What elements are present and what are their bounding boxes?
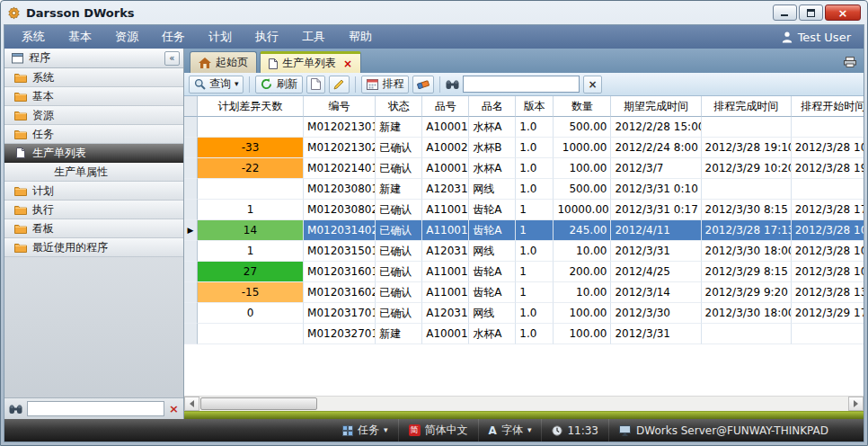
cell[interactable]: A12031 <box>422 303 469 324</box>
cell[interactable]: 2012/3/28 17:13 <box>792 200 864 220</box>
cell[interactable]: 水杯A <box>469 117 516 138</box>
table-row[interactable]: -33M012021302已确认A10002水杯B1.01000.002012/… <box>184 138 864 158</box>
scroll-left-button[interactable] <box>184 397 199 411</box>
cell[interactable]: 网线 <box>469 303 516 324</box>
cell[interactable] <box>198 179 304 200</box>
cell[interactable]: 1 <box>516 262 554 282</box>
cell[interactable]: 100.00 <box>554 303 611 324</box>
cell[interactable]: 水杯B <box>469 138 516 158</box>
sidebar-item-8[interactable]: 看板 <box>4 219 183 238</box>
edit-button[interactable] <box>329 76 350 94</box>
cell[interactable]: 已确认 <box>376 200 422 220</box>
schedule-button[interactable]: 排程 <box>361 76 409 94</box>
table-row[interactable]: M012032701新建A10001水杯A1.0100.002012/3/31 <box>184 324 864 344</box>
cell[interactable]: M012030802 <box>304 200 376 220</box>
cell[interactable]: 2012/3/28 10:52 <box>792 241 864 262</box>
erase-button[interactable] <box>412 76 434 94</box>
cell[interactable]: 已确认 <box>376 220 422 241</box>
cell[interactable]: 2012/2/28 15:00 <box>611 117 701 138</box>
column-header-4[interactable]: 品名 <box>469 96 516 117</box>
cell[interactable]: 1.0 <box>516 117 554 138</box>
menu-item-1[interactable]: 基本 <box>57 25 103 49</box>
cell[interactable]: A10001 <box>422 158 469 179</box>
cell[interactable]: 水杯A <box>469 158 516 179</box>
cell[interactable]: A11001 <box>422 200 469 220</box>
column-header-6[interactable]: 数量 <box>554 96 611 117</box>
sidebar-item-3[interactable]: 任务 <box>4 125 183 144</box>
column-header-2[interactable]: 状态 <box>376 96 422 117</box>
cell[interactable]: 1.0 <box>516 138 554 158</box>
cell[interactable]: -22 <box>198 158 304 179</box>
cell[interactable]: 水杯A <box>469 324 516 344</box>
cell[interactable]: 2012/2/24 8:00 <box>611 138 701 158</box>
cell[interactable]: 100.00 <box>554 324 611 344</box>
refresh-button[interactable]: 刷新 <box>255 76 303 94</box>
cell[interactable]: M012031501 <box>304 241 376 262</box>
cell[interactable] <box>702 117 792 138</box>
cell[interactable]: 2012/3/29 17:46 <box>792 303 864 324</box>
scrollbar-thumb[interactable] <box>200 397 317 410</box>
new-button[interactable] <box>306 76 325 94</box>
sidebar-item-6[interactable]: 计划 <box>4 182 183 201</box>
status-font[interactable]: A 字体 ▾ <box>478 419 542 442</box>
gear-app-icon[interactable] <box>7 6 21 20</box>
cell[interactable]: 10000.00 <box>554 200 611 220</box>
cell[interactable]: 2012/3/30 <box>611 303 701 324</box>
cell[interactable]: 2012/3/28 13:40 <box>792 282 864 303</box>
column-header-3[interactable]: 品号 <box>422 96 469 117</box>
cell[interactable] <box>792 117 864 138</box>
menu-item-0[interactable]: 系统 <box>10 25 57 49</box>
cell[interactable]: M012032701 <box>304 324 376 344</box>
sidebar-item-4[interactable]: 生产单列表 <box>4 144 183 163</box>
table-row[interactable]: 27M012031601已确认A11001齿轮A1200.002012/4/25… <box>184 262 864 282</box>
column-header-1[interactable]: 编号 <box>304 96 376 117</box>
menu-item-2[interactable]: 资源 <box>103 25 150 49</box>
cell[interactable]: A10001 <box>422 117 469 138</box>
cell[interactable]: 2012/3/28 19:10 <box>792 158 864 179</box>
menu-item-6[interactable]: 工具 <box>290 25 337 49</box>
cell[interactable]: 齿轮A <box>469 282 516 303</box>
cell[interactable]: 2012/3/29 8:15 <box>702 262 792 282</box>
cell[interactable] <box>198 117 304 138</box>
cell[interactable]: 已确认 <box>376 158 422 179</box>
cell[interactable]: 14 <box>198 220 304 241</box>
cell[interactable] <box>702 324 792 344</box>
cell[interactable]: 27 <box>198 262 304 282</box>
cell[interactable]: 500.00 <box>554 179 611 200</box>
cell[interactable]: 2012/3/14 <box>611 282 701 303</box>
cell[interactable]: 2012/4/25 <box>611 262 701 282</box>
cell[interactable]: 10.00 <box>554 241 611 262</box>
cell[interactable]: 新建 <box>376 117 422 138</box>
cell[interactable]: 200.00 <box>554 262 611 282</box>
cell[interactable]: 2012/3/28 17:13 <box>702 220 792 241</box>
cell[interactable]: 1.0 <box>516 158 554 179</box>
cell[interactable]: 1 <box>516 200 554 220</box>
scrollbar-track[interactable] <box>199 397 848 411</box>
clear-search-button[interactable]: × <box>583 76 601 94</box>
cell[interactable]: 2012/3/29 10:20 <box>702 158 792 179</box>
scroll-right-button[interactable] <box>848 397 864 411</box>
column-header-9[interactable]: 排程开始时间 <box>792 96 864 117</box>
column-header-8[interactable]: 排程完成时间 <box>702 96 792 117</box>
cell[interactable]: 1.0 <box>516 179 554 200</box>
sidebar-search-input[interactable] <box>27 401 164 416</box>
cell[interactable]: 10.00 <box>554 282 611 303</box>
cell[interactable]: A11001 <box>422 282 469 303</box>
cell[interactable]: 1 <box>198 200 304 220</box>
menu-item-4[interactable]: 计划 <box>197 25 244 49</box>
query-button[interactable]: 查询 ▾ <box>189 76 244 94</box>
cell[interactable]: 2012/3/28 19:10 <box>702 138 792 158</box>
cell[interactable]: M012031701 <box>304 303 376 324</box>
cell[interactable]: 2012/3/31 0:10 <box>611 179 701 200</box>
cell[interactable]: 1000.00 <box>554 138 611 158</box>
sidebar-item-2[interactable]: 资源 <box>4 106 183 125</box>
user-info[interactable]: Test User <box>782 31 858 44</box>
cell[interactable]: 100.00 <box>554 158 611 179</box>
cell[interactable]: 0 <box>198 303 304 324</box>
cell[interactable]: -33 <box>198 138 304 158</box>
cell[interactable]: 1 <box>516 220 554 241</box>
horizontal-scrollbar[interactable] <box>184 396 864 411</box>
column-header-5[interactable]: 版本 <box>516 96 554 117</box>
sidebar-item-5[interactable]: 生产单属性 <box>4 163 183 182</box>
cell[interactable] <box>792 179 864 200</box>
